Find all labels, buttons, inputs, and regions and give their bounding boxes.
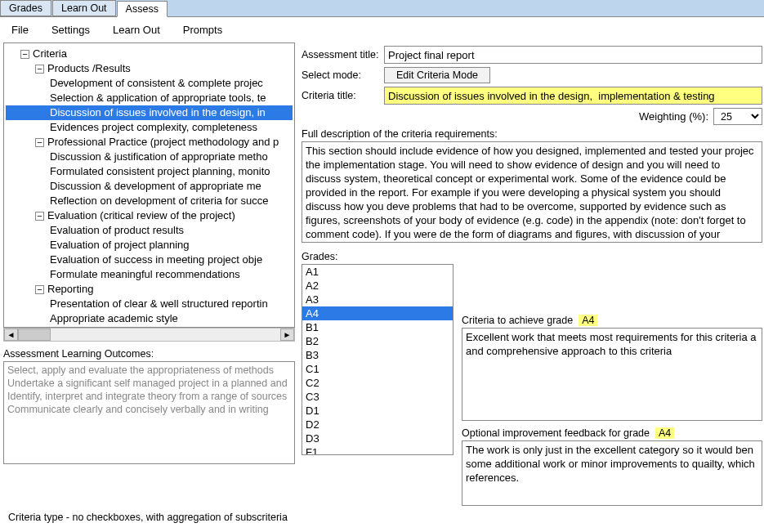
criteria-to-achieve-label: Criteria to achieve grade A4 — [462, 315, 762, 326]
grade-item[interactable]: B2 — [302, 334, 453, 348]
improvement-feedback-label: Optional improvement feedback for grade … — [462, 427, 762, 439]
improve-grade-badge: A4 — [655, 427, 674, 439]
tree-item[interactable]: Development of consistent & complete pro… — [6, 76, 293, 91]
grade-item[interactable]: C2 — [302, 376, 453, 390]
scroll-right-icon[interactable]: ► — [280, 329, 294, 341]
assessment-title-label: Assessment title: — [302, 49, 379, 60]
grade-item[interactable]: A2 — [302, 279, 453, 293]
criteria-description-box[interactable]: This section should include evidence of … — [302, 141, 762, 243]
criteria-title-label: Criteria title: — [302, 90, 379, 101]
grade-item[interactable]: B1 — [302, 320, 453, 334]
scroll-left-icon[interactable]: ◄ — [4, 329, 18, 341]
tree-item[interactable]: Evaluation of project planning — [6, 238, 293, 253]
criteria-title-input[interactable] — [384, 87, 762, 105]
menu-settings[interactable]: Settings — [40, 20, 101, 39]
outcome-line: Undertake a significant self managed pro… — [7, 377, 291, 390]
grades-label: Grades: — [302, 251, 453, 262]
collapse-icon[interactable]: − — [20, 50, 29, 59]
tree-item[interactable]: Evidences project complexity, completene… — [6, 120, 293, 135]
menu-learn-out[interactable]: Learn Out — [101, 20, 172, 39]
achieve-grade-badge: A4 — [579, 315, 597, 326]
edit-criteria-mode-button[interactable]: Edit Criteria Mode — [384, 67, 490, 83]
tree-item[interactable]: Reflection on development of criteria fo… — [6, 194, 293, 208]
grade-item[interactable]: C1 — [302, 362, 453, 376]
tree-item[interactable]: Appropriate academic style — [6, 311, 293, 326]
grade-item[interactable]: A1 — [302, 265, 453, 279]
collapse-icon[interactable]: − — [35, 212, 44, 221]
grade-item[interactable]: F1 — [302, 445, 453, 455]
outcomes-label: Assessment Learning Outcomes: — [3, 348, 297, 360]
assessment-title-input[interactable] — [384, 46, 762, 64]
tree-hscrollbar[interactable]: ◄ ► — [3, 328, 295, 342]
outcome-line: Identify, interpret and integrate theory… — [7, 390, 291, 403]
grade-item[interactable]: A4 — [302, 306, 453, 320]
weighting-select[interactable]: 25 — [713, 108, 762, 125]
improvement-feedback-box[interactable]: The work is only just in the excellent c… — [462, 440, 762, 506]
tab-grades[interactable]: Grades — [0, 0, 51, 16]
menubar: File Settings Learn Out Prompts — [0, 17, 764, 42]
tree-item[interactable]: Formulate meaningful recommendations — [6, 267, 293, 282]
description-label: Full description of the criteria require… — [302, 128, 762, 140]
grade-item[interactable]: D3 — [302, 431, 453, 445]
tree-item[interactable]: Discussion of issues involved in the des… — [6, 105, 293, 120]
grade-item[interactable]: D1 — [302, 404, 453, 418]
collapse-icon[interactable]: − — [35, 285, 44, 294]
tree-item[interactable]: Evaluation of success in meeting project… — [6, 253, 293, 267]
tree-group[interactable]: −Evaluation (critical review of the proj… — [6, 208, 293, 223]
grade-item[interactable]: B3 — [302, 348, 453, 362]
tree-item[interactable]: Formulated consistent project planning, … — [6, 164, 293, 179]
grade-item[interactable]: A3 — [302, 293, 453, 306]
tree-item[interactable]: Discussion & justification of appropriat… — [6, 150, 293, 164]
tab-learn-out[interactable]: Learn Out — [52, 0, 116, 16]
collapse-icon[interactable]: − — [35, 65, 44, 74]
grade-item[interactable]: C3 — [302, 390, 453, 404]
grade-item[interactable]: D2 — [302, 418, 453, 431]
outcome-line: Communicate clearly and concisely verbal… — [7, 403, 291, 416]
select-mode-label: Select mode: — [302, 69, 379, 81]
tree-group[interactable]: −Reporting — [6, 282, 293, 297]
top-tabs: Grades Learn Out Assess — [0, 0, 764, 17]
tree-item[interactable]: Evaluation of product results — [6, 223, 293, 238]
grades-listbox[interactable]: A1A2A3A4B1B2B3C1C2C3D1D2D3F1F2 — [302, 264, 453, 455]
tree-item[interactable]: Selection & application of appropriate t… — [6, 91, 293, 105]
weighting-label: Weighting (%): — [639, 110, 708, 123]
learning-outcomes-box: Select, apply and evaluate the appropria… — [3, 361, 295, 464]
tree-group[interactable]: −Professional Practice (project methodol… — [6, 135, 293, 150]
menu-prompts[interactable]: Prompts — [172, 20, 234, 39]
tree-item[interactable]: Discussion & development of appropriate … — [6, 179, 293, 194]
collapse-icon[interactable]: − — [35, 138, 44, 147]
tree-group[interactable]: −Products /Results — [6, 61, 293, 76]
tab-assess[interactable]: Assess — [117, 1, 168, 17]
scroll-thumb[interactable] — [18, 329, 51, 341]
tree-root[interactable]: −Criteria — [6, 47, 293, 61]
criteria-tree[interactable]: −Criteria−Products /ResultsDevelopment o… — [3, 42, 295, 328]
tree-item[interactable]: Presentation of clear & well structured … — [6, 297, 293, 311]
criteria-to-achieve-box[interactable]: Excellent work that meets most requireme… — [462, 328, 762, 421]
menu-file[interactable]: File — [0, 20, 40, 39]
criteria-type-status: Criteria type - no checkboxes, with aggr… — [0, 508, 297, 526]
outcome-line: Select, apply and evaluate the appropria… — [7, 364, 291, 377]
